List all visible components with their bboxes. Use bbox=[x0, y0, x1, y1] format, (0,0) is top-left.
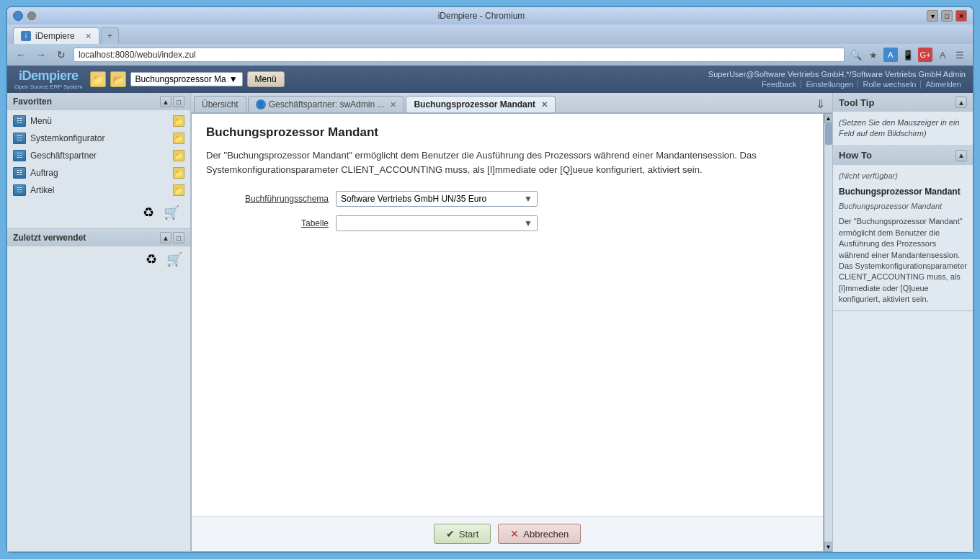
auftrag-item-icon: ☷ bbox=[13, 167, 26, 179]
tab-partner[interactable]: 👤 Geschäftspartner: swAdmin ... ✕ bbox=[248, 96, 405, 112]
browser-window-controls: ▾ □ ✕ bbox=[927, 10, 967, 22]
favorites-items: ☷ Menü 📁 ☷ Systemkonfigurator 📁 ☷ Geschä… bbox=[7, 110, 190, 228]
browser-title: iDempiere - Chromium bbox=[36, 11, 927, 21]
buchfuhrung-label[interactable]: Buchführungsschema bbox=[235, 194, 336, 204]
recently-collapse-btn[interactable]: ▲ bbox=[160, 232, 172, 243]
dropdown-label: Buchungsprozessor Ma bbox=[135, 74, 226, 84]
recently-trash-icon[interactable]: 🛒 bbox=[164, 249, 184, 269]
close-btn[interactable]: ✕ bbox=[956, 10, 967, 22]
scroll-up-btn[interactable]: ▲ bbox=[824, 113, 833, 123]
minimize-btn[interactable]: ▾ bbox=[927, 10, 938, 22]
auftrag-item-new-icon[interactable]: 📁 bbox=[173, 167, 184, 179]
role-switch-link[interactable]: Rolle wechseln bbox=[858, 80, 921, 89]
content-with-scroll: Buchungsprozessor Mandant Der "Buchungsp… bbox=[191, 113, 832, 552]
account-icon[interactable]: G+ bbox=[918, 48, 932, 62]
new-tab-btn[interactable]: + bbox=[101, 27, 119, 44]
browser-toolbar-icons: 🔍 ★ A 📱 G+ A ☰ bbox=[849, 48, 967, 62]
recycle-icon[interactable]: ♻ bbox=[138, 202, 159, 223]
address-bar[interactable] bbox=[74, 48, 845, 62]
partner-item-label: Geschäftspartner bbox=[30, 151, 97, 161]
logo-text: iDempiere bbox=[19, 68, 79, 84]
tabelle-label[interactable]: Tabelle bbox=[235, 218, 336, 228]
tab-partner-close[interactable]: ✕ bbox=[390, 100, 396, 109]
tabs-expand-btn[interactable]: ⇓ bbox=[811, 96, 829, 112]
howto-title-label: How To bbox=[839, 150, 872, 161]
sidebar-item-sysconfig[interactable]: ☷ Systemkonfigurator 📁 bbox=[10, 130, 187, 146]
tab-close-btn[interactable]: ✕ bbox=[85, 32, 92, 41]
tab-favicon: i bbox=[21, 31, 31, 41]
howto-header: How To ▲ bbox=[833, 146, 973, 165]
forward-btn[interactable]: → bbox=[33, 47, 49, 63]
browser-icon2 bbox=[27, 12, 36, 20]
new-folder-btn[interactable]: 📁 bbox=[90, 71, 106, 87]
recently-minimize-btn[interactable]: □ bbox=[173, 232, 184, 243]
content-tabs: Übersicht 👤 Geschäftspartner: swAdmin ..… bbox=[191, 93, 832, 113]
phone-icon[interactable]: 📱 bbox=[901, 48, 915, 62]
search-icon[interactable]: 🔍 bbox=[849, 48, 863, 62]
translate-icon[interactable]: A bbox=[883, 48, 898, 62]
logout-link[interactable]: Abmelden bbox=[921, 80, 966, 89]
start-icon: ✔ bbox=[446, 528, 455, 540]
recently-recycle-area: ♻ 🛒 bbox=[7, 246, 190, 272]
back-btn[interactable]: ← bbox=[13, 47, 29, 63]
bookmark-icon[interactable]: ★ bbox=[866, 48, 881, 62]
settings-link[interactable]: Einstellungen bbox=[801, 80, 858, 89]
cancel-icon: ✕ bbox=[510, 528, 519, 540]
maximize-btn[interactable]: □ bbox=[941, 10, 953, 22]
tab-buchung-close[interactable]: ✕ bbox=[541, 100, 548, 109]
tab-label: iDempiere bbox=[35, 31, 75, 41]
header-username: SuperUser@Software Vertriebs GmbH.*/Soft… bbox=[708, 70, 966, 79]
favorites-minimize-btn[interactable]: □ bbox=[173, 96, 184, 107]
menu-item-new-icon[interactable]: 📁 bbox=[173, 115, 184, 127]
howto-collapse-btn[interactable]: ▲ bbox=[956, 150, 967, 161]
start-label: Start bbox=[459, 529, 478, 540]
menu-icon[interactable]: ☰ bbox=[953, 48, 967, 62]
favorites-collapse-btn[interactable]: ▲ bbox=[160, 96, 172, 107]
tabelle-select[interactable]: ▼ bbox=[336, 215, 538, 231]
dropdown-arrow: ▼ bbox=[229, 74, 238, 84]
browser-window: iDempiere - Chromium ▾ □ ✕ i iDempiere ✕… bbox=[6, 6, 974, 553]
artikel-item-icon: ☷ bbox=[13, 184, 26, 196]
trash-icon[interactable]: 🛒 bbox=[161, 202, 182, 223]
extensions-icon[interactable]: A bbox=[935, 48, 950, 62]
buchfuhrung-value: Software Vertriebs GmbH UN/35 Euro bbox=[341, 194, 486, 204]
partner-item-new-icon[interactable]: 📁 bbox=[173, 150, 184, 161]
sysconfig-item-new-icon[interactable]: 📁 bbox=[173, 133, 184, 144]
sysconfig-item-label: Systemkonfigurator bbox=[30, 133, 104, 143]
howto-section: How To ▲ (Nicht verfügbar) Buchungsproze… bbox=[833, 146, 973, 312]
browser-addressbar: ← → ↻ 🔍 ★ A 📱 G+ A ☰ bbox=[7, 44, 973, 66]
sidebar-item-menu[interactable]: ☷ Menü 📁 bbox=[10, 113, 187, 129]
process-dropdown[interactable]: Buchungsprozessor Ma ▼ bbox=[130, 72, 243, 86]
buchfuhrung-select[interactable]: Software Vertriebs GmbH UN/35 Euro ▼ bbox=[336, 191, 538, 207]
tooltip-header: Tool Tip ▲ bbox=[833, 93, 973, 112]
howto-body: (Nicht verfügbar) Buchungsprozessor Mand… bbox=[833, 165, 973, 311]
menu-button[interactable]: Menü bbox=[247, 71, 285, 87]
tab-buchung-label: Buchungsprozessor Mandant bbox=[414, 99, 535, 109]
tab-buchungsprozessor[interactable]: Buchungsprozessor Mandant ✕ bbox=[406, 96, 556, 112]
menu-item-icon: ☷ bbox=[13, 115, 26, 127]
howto-description: Der "Buchungsprozessor Mandant" ermöglic… bbox=[839, 216, 967, 305]
scroll-down-btn[interactable]: ▼ bbox=[824, 542, 833, 552]
cancel-button[interactable]: ✕ Abbrechen bbox=[498, 524, 581, 544]
main-layout: Favoriten ▲ □ ☷ Menü 📁 ☷ bbox=[7, 93, 973, 552]
sidebar-item-auftrag[interactable]: ☷ Auftrag 📁 bbox=[10, 165, 187, 181]
feedback-link[interactable]: Feedback bbox=[757, 80, 801, 89]
browser-tab-idempiere[interactable]: i iDempiere ✕ bbox=[13, 27, 99, 44]
sidebar-item-partner[interactable]: ☷ Geschäftspartner 📁 bbox=[10, 148, 187, 164]
reload-btn[interactable]: ↻ bbox=[53, 47, 69, 63]
scroll-thumb[interactable] bbox=[825, 123, 832, 145]
artikel-item-new-icon[interactable]: 📁 bbox=[173, 184, 184, 196]
right-panel: Tool Tip ▲ (Setzen Sie den Mauszeiger in… bbox=[832, 93, 973, 552]
tab-ubersicht[interactable]: Übersicht bbox=[194, 96, 246, 112]
sidebar-item-artikel[interactable]: ☷ Artikel 📁 bbox=[10, 182, 187, 198]
recently-recycle-icon[interactable]: ♻ bbox=[141, 249, 161, 269]
open-folder-btn[interactable]: 📂 bbox=[110, 71, 126, 87]
tooltip-collapse-btn[interactable]: ▲ bbox=[956, 97, 967, 108]
start-button[interactable]: ✔ Start bbox=[434, 524, 491, 544]
tooltip-body: (Setzen Sie den Mauszeiger in ein Feld a… bbox=[833, 112, 973, 146]
content-scrollbar[interactable]: ▲ ▼ bbox=[824, 113, 832, 552]
content-body: Buchungsprozessor Mandant Der "Buchungsp… bbox=[192, 114, 823, 516]
sysconfig-item-icon: ☷ bbox=[13, 133, 26, 144]
auftrag-item-label: Auftrag bbox=[30, 168, 58, 178]
sidebar: Favoriten ▲ □ ☷ Menü 📁 ☷ bbox=[7, 93, 191, 552]
